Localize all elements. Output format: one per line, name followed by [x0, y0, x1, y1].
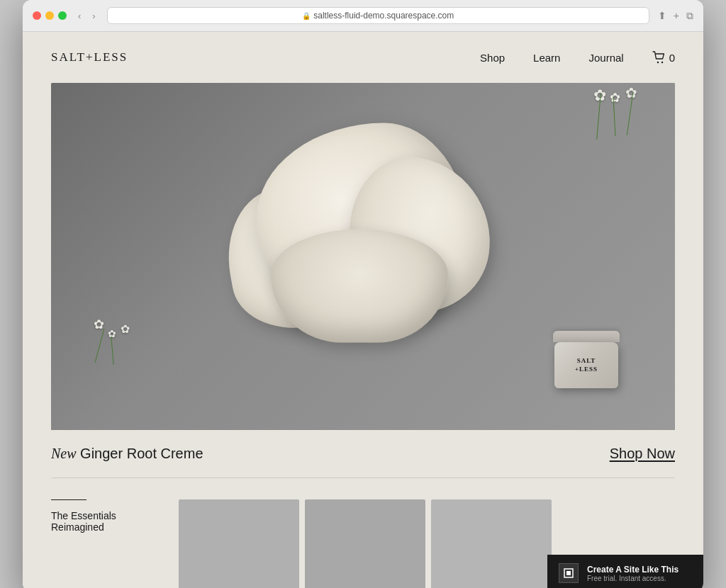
squarespace-banner[interactable]: Create A Site Like This Free trial. Inst… — [547, 555, 703, 588]
flower-left-3: ✿ — [121, 322, 130, 336]
hero-section: ✿ ✿ ✿ ✿ ✿ ✿ — [51, 83, 675, 478]
hero-caption-text: New Ginger Root Creme — [51, 446, 203, 462]
squarespace-text: Create A Site Like This Free trial. Inst… — [587, 565, 678, 582]
tabs-icon[interactable]: ⧉ — [686, 10, 693, 22]
site-header: SALT+LESS Shop Learn Journal 0 — [23, 32, 703, 83]
jar-body: SALT +LESS — [554, 342, 618, 388]
browser-actions: ⬆ + ⧉ — [658, 10, 693, 22]
cart-icon-wrapper[interactable]: 0 — [652, 51, 675, 64]
hero-image: ✿ ✿ ✿ ✿ ✿ ✿ — [51, 83, 675, 430]
back-button[interactable]: ‹ — [75, 9, 84, 23]
foam-bottom — [271, 230, 448, 343]
lock-icon: 🔒 — [302, 12, 311, 20]
site-content: SALT+LESS Shop Learn Journal 0 — [23, 32, 703, 588]
site-logo[interactable]: SALT+LESS — [51, 50, 128, 64]
share-icon[interactable]: ⬆ — [658, 10, 666, 21]
stem-left-1 — [95, 329, 105, 363]
svg-point-1 — [661, 62, 662, 63]
bottom-wrapper: The Essentials Reimagined Create — [23, 478, 703, 588]
cart-icon — [652, 51, 666, 64]
caption-italic: New — [51, 446, 77, 461]
new-tab-icon[interactable]: + — [674, 10, 679, 21]
product-thumb-2[interactable] — [305, 499, 425, 588]
stem-left-2 — [111, 337, 113, 365]
fullscreen-button[interactable] — [58, 11, 67, 20]
site-nav: Shop Learn Journal 0 — [480, 51, 675, 64]
essentials-text: The Essentials Reimagined — [51, 510, 116, 533]
traffic-lights — [33, 11, 67, 20]
flower-2: ✿ — [610, 90, 620, 106]
jar-label-line2: +LESS — [575, 366, 598, 374]
section-divider — [51, 499, 86, 500]
url-text: saltless-fluid-demo.squarespace.com — [313, 11, 454, 21]
svg-rect-3 — [566, 571, 571, 575]
minimize-button[interactable] — [45, 11, 54, 20]
browser-window: ‹ › 🔒 saltless-fluid-demo.squarespace.co… — [23, 0, 703, 588]
hero-caption: New Ginger Root Creme Shop Now — [51, 430, 675, 478]
ss-headline: Create A Site Like This — [587, 565, 678, 575]
squarespace-logo — [559, 563, 579, 583]
squarespace-logo-icon — [563, 567, 574, 579]
flower-left-2: ✿ — [108, 328, 116, 339]
jar-lid — [553, 331, 620, 342]
cart-count: 0 — [669, 52, 675, 64]
close-button[interactable] — [33, 11, 41, 20]
product-thumb-3[interactable] — [431, 499, 552, 588]
browser-chrome: ‹ › 🔒 saltless-fluid-demo.squarespace.co… — [23, 0, 703, 32]
caption-text: Ginger Root Creme — [77, 446, 203, 461]
hero-background: ✿ ✿ ✿ ✿ ✿ ✿ — [51, 83, 675, 430]
address-bar[interactable]: 🔒 saltless-fluid-demo.squarespace.com — [107, 7, 649, 24]
shop-now-button[interactable]: Shop Now — [610, 446, 675, 462]
browser-controls: ‹ › — [75, 9, 99, 23]
jar-label-line1: SALT — [575, 357, 598, 366]
svg-point-0 — [657, 62, 658, 63]
nav-learn[interactable]: Learn — [533, 52, 560, 64]
product-jar: SALT +LESS — [554, 331, 618, 388]
sculpture-container — [214, 102, 512, 400]
forward-button[interactable]: › — [89, 9, 98, 23]
ss-subline: Free trial. Instant access. — [587, 575, 678, 582]
product-thumb-1[interactable] — [179, 499, 299, 588]
jar-label: SALT +LESS — [575, 357, 598, 373]
nav-shop[interactable]: Shop — [480, 52, 505, 64]
nav-journal[interactable]: Journal — [588, 52, 623, 64]
essentials-label: The Essentials Reimagined — [23, 499, 179, 533]
